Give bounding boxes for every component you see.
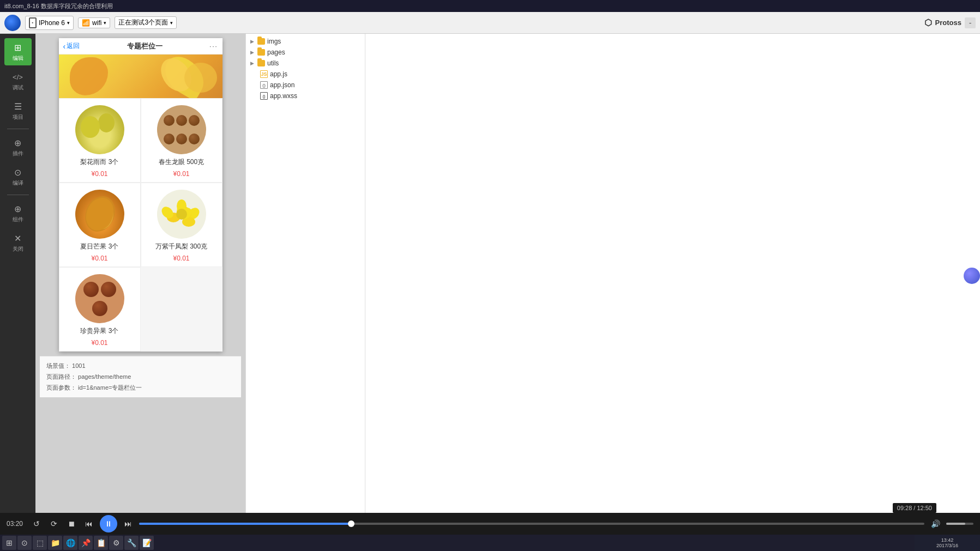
content-area <box>365 34 980 535</box>
video-time-popup: 09:28 / 12:50 <box>893 503 936 513</box>
test-selector[interactable]: 正在测试3个页面 ▾ <box>115 16 177 29</box>
phone-statusbar: ‹ 返回 专题栏位一 ··· <box>59 38 223 55</box>
wifi-selector[interactable]: 📶 wifi ▾ <box>78 17 110 28</box>
plugin-icon: ⊕ <box>12 137 24 149</box>
sidebar-item-store[interactable]: ⊕ 组件 <box>4 199 32 227</box>
next-button[interactable]: ⏭ <box>122 517 135 530</box>
file-name-pages: pages <box>267 49 285 56</box>
project-icon: ☰ <box>12 100 24 112</box>
product-price-longan: ¥0.01 <box>173 170 189 178</box>
main-toolbar: ▪ IPhone 6 ▾ 📶 wifi ▾ 正在测试3个页面 ▾ ⬡ Proto… <box>0 12 980 34</box>
explorer-btn[interactable]: 📁 <box>48 536 62 550</box>
cortana-button[interactable]: ⊙ <box>17 536 32 550</box>
sidebar-label-store: 组件 <box>13 216 23 223</box>
file-item-appwxss[interactable]: () app.wxss <box>246 90 365 101</box>
sidebar-item-debug[interactable]: </> 调试 <box>4 68 32 95</box>
loop-button[interactable]: ⟳ <box>47 517 61 530</box>
start-button[interactable]: ⊞ <box>2 536 16 550</box>
sidebar-item-plugin[interactable]: ⊕ 插件 <box>4 134 32 161</box>
app-btn-2[interactable]: 📋 <box>94 536 108 550</box>
app-btn-4[interactable]: 🔧 <box>124 536 139 550</box>
app-btn-1[interactable]: 📌 <box>79 536 93 550</box>
rewind-button[interactable]: ↺ <box>30 517 43 530</box>
protoss-icon: ⬡ <box>924 17 932 28</box>
device-selector[interactable]: ▪ IPhone 6 ▾ <box>25 16 74 30</box>
product-image-flower <box>157 190 206 239</box>
wifi-label: wifi <box>92 19 101 27</box>
sidebar-item-edit[interactable]: ⊞ 编辑 <box>4 38 32 65</box>
app-btn-5[interactable]: 📝 <box>140 536 154 550</box>
protoss-minimize-btn[interactable]: - <box>965 17 976 28</box>
file-item-pages[interactable]: ▶ pages <box>246 47 365 58</box>
taskbar-time: 13:42 <box>941 537 954 543</box>
back-label: 返回 <box>67 41 80 51</box>
phone-icon: ▪ <box>29 17 37 28</box>
product-image-mango <box>75 190 124 239</box>
sidebar-item-close[interactable]: ✕ 关闭 <box>4 229 32 256</box>
sidebar-label-close: 关闭 <box>13 245 23 253</box>
browser-btn[interactable]: 🌐 <box>63 536 77 550</box>
left-sidebar: ⊞ 编辑 </> 调试 ☰ 项目 ⊕ 插件 ⊙ 编译 ⊕ 组件 ✕ 关闭 <box>0 34 35 535</box>
product-card-pear[interactable]: 梨花雨而 3个 ¥0.01 <box>59 98 141 183</box>
file-item-appjson[interactable]: {} app.json <box>246 80 365 90</box>
device-label: IPhone 6 <box>39 19 65 27</box>
product-price-mango: ¥0.01 <box>91 255 107 262</box>
debug-icon: </> <box>12 71 24 83</box>
product-price-pear: ¥0.01 <box>91 170 107 178</box>
product-name-flower: 万紫千凤梨 300克 <box>155 242 207 251</box>
task-view-btn[interactable]: ⬚ <box>33 536 47 550</box>
longan-ball-2 <box>176 115 187 126</box>
page-path-label: 页面路径： <box>46 373 76 380</box>
mango-shape-inner <box>85 196 115 232</box>
file-panel: ▶ imgs ▶ pages ▶ utils JS app.js {} app.… <box>245 34 365 535</box>
more-button[interactable]: ··· <box>209 43 218 50</box>
volume-slider[interactable] <box>946 523 973 525</box>
stop-button[interactable]: ⏹ <box>65 517 78 530</box>
expand-arrow-utils: ▶ <box>250 60 254 66</box>
sidebar-item-compile[interactable]: ⊙ 编译 <box>4 163 32 190</box>
sidebar-label-compile: 编译 <box>13 179 23 187</box>
file-name-appwxss: app.wxss <box>270 92 297 100</box>
video-progress-bar[interactable] <box>139 523 924 525</box>
sidebar-label-plugin: 插件 <box>13 150 23 158</box>
folder-icon-utils <box>257 60 265 66</box>
file-item-utils[interactable]: ▶ utils <box>246 58 365 69</box>
wxss-icon-appwxss: () <box>260 92 268 100</box>
product-grid: 梨花雨而 3个 ¥0.01 春生龙眼 500克 ¥0.01 <box>59 98 223 352</box>
prev-button[interactable]: ⏮ <box>82 517 95 530</box>
phone-page-title: 专题栏位一 <box>83 41 206 51</box>
page-path-value: pages/theme/theme <box>78 373 131 380</box>
folder-icon-imgs <box>257 38 265 45</box>
info-field-value: 场景值： 1001 <box>46 361 235 372</box>
taskbar-date: 2017/3/16 <box>936 543 958 548</box>
json-icon-appjson: {} <box>260 81 268 89</box>
file-name-appjs: app.js <box>270 70 287 78</box>
page-params-value: id=1&name=专题栏位一 <box>78 384 142 391</box>
volume-button[interactable]: 🔊 <box>929 517 942 530</box>
phone-banner <box>59 55 223 98</box>
file-item-appjs[interactable]: JS app.js <box>246 69 365 80</box>
back-button[interactable]: ‹ 返回 <box>63 41 80 51</box>
product-card-mango[interactable]: 夏日芒果 3个 ¥0.01 <box>59 183 141 267</box>
file-item-imgs[interactable]: ▶ imgs <box>246 36 365 47</box>
sidebar-item-project[interactable]: ☰ 项目 <box>4 97 32 124</box>
page-params-label: 页面参数： <box>46 384 76 391</box>
longan-ball-5 <box>176 134 187 144</box>
product-name-lychee: 珍贵异果 3个 <box>80 326 118 336</box>
product-card-flower[interactable]: 万紫千凤梨 300克 ¥0.01 <box>141 183 223 267</box>
app-btn-3[interactable]: ⚙ <box>109 536 123 550</box>
product-card-lychee[interactable]: 珍贵异果 3个 ¥0.01 <box>59 267 141 352</box>
product-card-longan[interactable]: 春生龙眼 500克 ¥0.01 <box>141 98 223 183</box>
device-chevron: ▾ <box>67 20 70 26</box>
play-pause-button[interactable]: ⏸ <box>100 515 117 532</box>
product-image-pear <box>75 105 124 154</box>
store-icon: ⊕ <box>12 203 24 215</box>
field-value-label: 场景值： <box>46 362 70 369</box>
close-icon: ✕ <box>12 232 24 244</box>
window-title: it8.com_8-16 数据库字段冗余的合理利用 <box>4 2 113 10</box>
compile-icon: ⊙ <box>12 166 24 178</box>
product-image-longan <box>157 105 206 154</box>
product-price-lychee: ¥0.01 <box>91 339 107 347</box>
js-icon-appjs: JS <box>260 70 268 78</box>
edit-icon: ⊞ <box>12 41 24 53</box>
